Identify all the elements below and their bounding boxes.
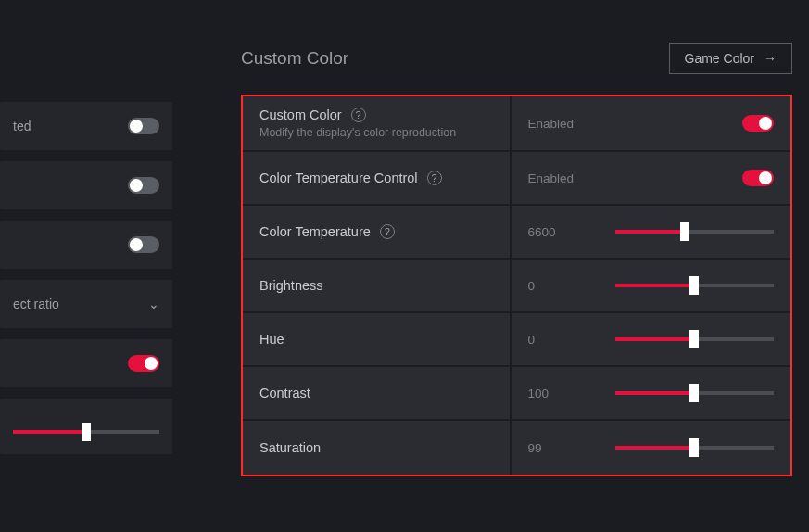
- sidebar-item-label: ect ratio: [13, 297, 59, 311]
- help-icon[interactable]: ?: [351, 108, 366, 122]
- setting-label: Saturation: [259, 440, 321, 455]
- setting-label: Color Temperature: [259, 224, 371, 239]
- setting-value: 0: [528, 333, 602, 347]
- sidebar-slider[interactable]: [13, 424, 159, 439]
- sidebar: ted ect ratio ⌄: [0, 0, 185, 532]
- setting-value: Enabled: [528, 171, 602, 185]
- game-color-button[interactable]: Game Color →: [669, 43, 792, 74]
- header: Custom Color Game Color →: [241, 43, 792, 74]
- row-custom-color: Custom Color ? Modify the display's colo…: [243, 96, 790, 152]
- color-temperature-slider[interactable]: [615, 224, 774, 239]
- settings-panel: Custom Color ? Modify the display's colo…: [241, 95, 792, 476]
- row-saturation: Saturation 99: [243, 421, 790, 475]
- sidebar-item-label: ted: [13, 119, 31, 133]
- saturation-slider[interactable]: [615, 440, 774, 455]
- sidebar-slider-card: [0, 399, 172, 454]
- root: ted ect ratio ⌄ Cu: [0, 0, 809, 532]
- main: Custom Color Game Color → Custom Color ?…: [185, 0, 809, 532]
- setting-value: Enabled: [528, 117, 602, 131]
- brightness-slider[interactable]: [615, 278, 774, 293]
- setting-value: 0: [528, 279, 602, 293]
- sidebar-item-0[interactable]: ted: [0, 102, 172, 150]
- setting-label: Contrast: [259, 386, 310, 400]
- toggle[interactable]: [128, 118, 159, 134]
- row-brightness: Brightness 0: [243, 260, 790, 313]
- setting-sublabel: Modify the display's color reproduction: [259, 126, 493, 139]
- row-contrast: Contrast 100: [243, 367, 790, 421]
- help-icon[interactable]: ?: [427, 171, 442, 185]
- button-label: Game Color: [685, 51, 754, 66]
- contrast-slider[interactable]: [615, 386, 774, 400]
- toggle[interactable]: [128, 355, 159, 372]
- help-icon[interactable]: ?: [380, 224, 395, 239]
- setting-value: 100: [528, 386, 602, 400]
- color-temperature-control-toggle[interactable]: [742, 170, 774, 186]
- setting-label: Custom Color: [259, 108, 342, 122]
- sidebar-item-1[interactable]: [0, 161, 172, 209]
- row-color-temperature: Color Temperature ? 6600: [243, 206, 790, 260]
- sidebar-item-2[interactable]: [0, 221, 172, 269]
- setting-label: Color Temperature Control: [259, 171, 418, 185]
- setting-value: 6600: [528, 225, 602, 239]
- custom-color-toggle[interactable]: [742, 115, 774, 132]
- sidebar-item-4[interactable]: [0, 339, 172, 387]
- setting-label: Brightness: [259, 278, 323, 293]
- toggle[interactable]: [128, 177, 159, 194]
- hue-slider[interactable]: [615, 332, 774, 347]
- toggle[interactable]: [128, 236, 159, 253]
- row-color-temperature-control: Color Temperature Control ? Enabled: [243, 152, 790, 206]
- setting-label: Hue: [259, 332, 284, 347]
- sidebar-item-aspect-ratio[interactable]: ect ratio ⌄: [0, 280, 172, 328]
- row-hue: Hue 0: [243, 313, 790, 367]
- page-title: Custom Color: [241, 48, 348, 69]
- setting-value: 99: [528, 441, 602, 455]
- arrow-right-icon: →: [764, 51, 777, 66]
- chevron-down-icon: ⌄: [148, 297, 159, 311]
